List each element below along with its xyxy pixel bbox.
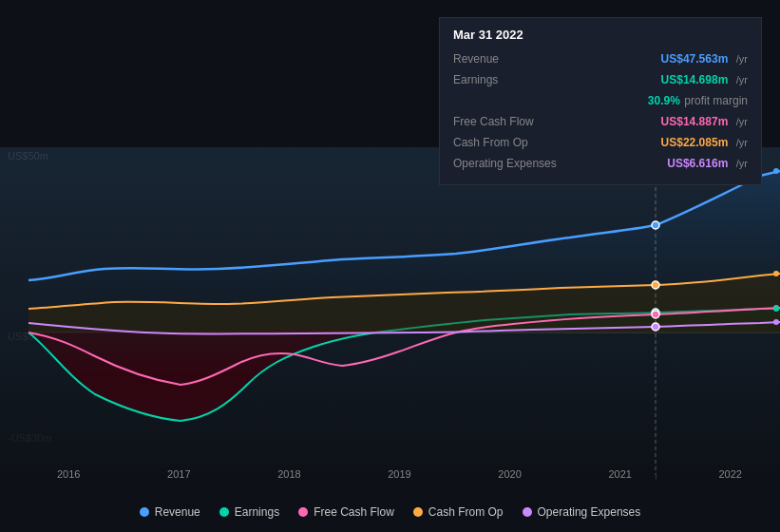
legend-label-opex: Operating Expenses bbox=[538, 505, 641, 519]
chart-legend: Revenue Earnings Free Cash Flow Cash Fro… bbox=[0, 505, 780, 519]
profit-margin-text: profit margin bbox=[684, 94, 748, 107]
legend-item-opex[interactable]: Operating Expenses bbox=[523, 505, 641, 519]
revenue-value: US$47.563m bbox=[661, 52, 729, 66]
earnings-value: US$14.698m bbox=[661, 73, 729, 86]
legend-dot-cashop bbox=[413, 507, 423, 517]
tooltip-row-earnings: Earnings US$14.698m /yr bbox=[453, 70, 748, 87]
opex-label: Operating Expenses bbox=[453, 157, 567, 170]
tooltip-box: Mar 31 2022 Revenue US$47.563m /yr Earni… bbox=[439, 17, 762, 185]
svg-point-3 bbox=[652, 221, 659, 229]
legend-label-fcf: Free Cash Flow bbox=[314, 505, 394, 519]
earnings-label: Earnings bbox=[453, 73, 567, 86]
legend-label-cashop: Cash From Op bbox=[428, 505, 504, 519]
svg-point-5 bbox=[652, 311, 659, 318]
x-label-2022: 2022 bbox=[718, 468, 741, 480]
x-label-2017: 2017 bbox=[167, 468, 190, 480]
legend-dot-fcf bbox=[298, 507, 308, 517]
svg-point-12 bbox=[773, 319, 779, 325]
legend-label-revenue: Revenue bbox=[155, 505, 200, 519]
svg-point-11 bbox=[773, 306, 779, 312]
legend-label-earnings: Earnings bbox=[235, 505, 279, 519]
fcf-value: US$14.887m bbox=[661, 115, 729, 128]
tooltip-title: Mar 31 2022 bbox=[453, 28, 748, 42]
legend-item-earnings[interactable]: Earnings bbox=[219, 505, 279, 519]
legend-dot-opex bbox=[523, 507, 532, 517]
legend-item-cashop[interactable]: Cash From Op bbox=[413, 505, 504, 519]
tooltip-row-fcf: Free Cash Flow US$14.887m /yr bbox=[453, 112, 748, 129]
x-label-2019: 2019 bbox=[388, 468, 410, 480]
legend-item-revenue[interactable]: Revenue bbox=[140, 505, 200, 519]
cashop-unit: /yr bbox=[736, 137, 748, 148]
x-label-2018: 2018 bbox=[277, 468, 300, 480]
tooltip-row-opex: Operating Expenses US$6.616m /yr bbox=[453, 154, 748, 171]
cashop-value: US$22.085m bbox=[661, 136, 729, 149]
earnings-unit: /yr bbox=[736, 74, 748, 86]
chart-svg bbox=[0, 147, 780, 475]
legend-dot-revenue bbox=[140, 507, 149, 517]
opex-unit: /yr bbox=[736, 158, 748, 169]
fcf-label: Free Cash Flow bbox=[453, 115, 567, 128]
revenue-label: Revenue bbox=[453, 52, 567, 66]
legend-item-fcf[interactable]: Free Cash Flow bbox=[298, 505, 394, 519]
x-label-2020: 2020 bbox=[498, 468, 521, 480]
tooltip-row-revenue: Revenue US$47.563m /yr bbox=[453, 49, 748, 66]
chart-container: Mar 31 2022 Revenue US$47.563m /yr Earni… bbox=[0, 0, 780, 532]
legend-dot-earnings bbox=[219, 507, 229, 517]
svg-point-9 bbox=[773, 271, 779, 276]
tooltip-row-cashop: Cash From Op US$22.085m /yr bbox=[453, 133, 748, 150]
svg-point-8 bbox=[773, 168, 779, 174]
cashop-label: Cash From Op bbox=[453, 136, 567, 149]
revenue-unit: /yr bbox=[736, 53, 748, 65]
x-label-2016: 2016 bbox=[57, 468, 80, 480]
fcf-unit: /yr bbox=[736, 116, 748, 127]
opex-value: US$6.616m bbox=[667, 157, 728, 170]
svg-point-7 bbox=[652, 323, 659, 331]
svg-point-6 bbox=[652, 281, 659, 289]
x-label-2021: 2021 bbox=[608, 468, 631, 480]
tooltip-row-margin: 30.9% profit margin bbox=[453, 91, 748, 108]
profit-margin-value: 30.9% bbox=[648, 94, 680, 107]
